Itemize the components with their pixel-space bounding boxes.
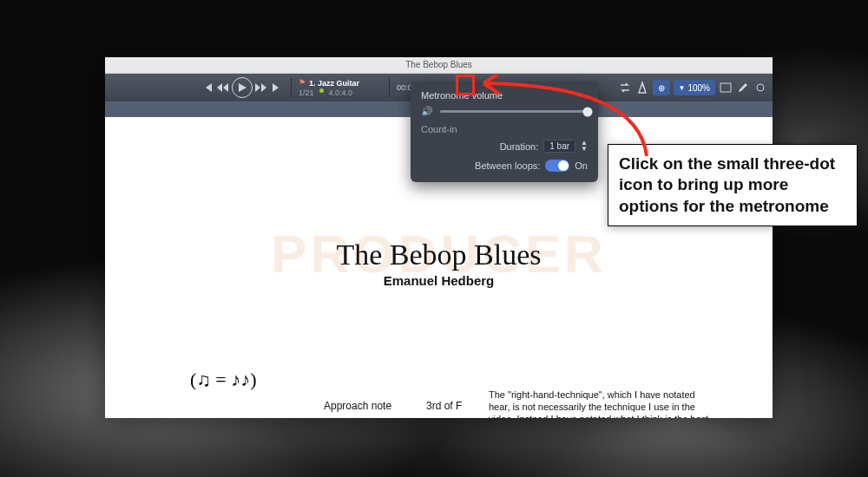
track-info[interactable]: ⚑ 1. Jazz Guitar 1/21 4.0:4.0	[299, 79, 382, 97]
edit-icon[interactable]	[736, 81, 750, 95]
skip-end-icon[interactable]	[270, 81, 284, 95]
score-composer: Emanuel Hedberg	[105, 273, 773, 288]
score-title: The Bebop Blues	[105, 238, 773, 271]
technique-paragraph: The "right-hand-technique", which I have…	[489, 389, 711, 418]
rewind-icon[interactable]	[216, 81, 230, 95]
metronome-popup: Metronome volume 🔊 Count-in Duration: 1 …	[411, 82, 598, 182]
instruction-text: Click on the small three-dot icon to bri…	[619, 154, 835, 215]
play-button[interactable]	[232, 77, 253, 98]
volume-icon: 🔊	[421, 106, 433, 117]
svg-point-1	[757, 84, 764, 91]
metronome-icon[interactable]	[635, 81, 649, 95]
tuner-button[interactable]: ⊕	[653, 80, 670, 95]
window-titlebar: The Bebop Blues	[105, 57, 773, 74]
annotation-3rd-of-f: 3rd of F	[426, 400, 462, 412]
transport-controls	[201, 77, 284, 98]
zoom-select[interactable]: ▼ 100%	[674, 80, 716, 95]
settings-icon[interactable]	[753, 81, 767, 95]
between-loops-toggle[interactable]	[545, 160, 569, 172]
stepper-icon[interactable]: ▲▼	[581, 140, 588, 152]
countin-label: Count-in	[421, 124, 588, 134]
popup-title: Metronome volume	[421, 90, 588, 101]
track-name: 1. Jazz Guitar	[309, 79, 359, 88]
view-mode-icon[interactable]	[719, 81, 733, 95]
between-loops-label: Between loops:	[475, 160, 540, 171]
zoom-value: 100%	[687, 83, 710, 93]
annotation-approach-note: Approach note	[324, 400, 391, 412]
swing-notation: (♫ = ♪♪)	[190, 369, 257, 391]
status-dot-icon	[319, 88, 324, 93]
track-flag-icon: ⚑	[299, 79, 306, 87]
track-index: 1/21	[299, 88, 314, 97]
volume-slider[interactable]	[440, 110, 588, 113]
duration-label: Duration:	[500, 141, 539, 152]
toolbar-separator	[291, 78, 292, 97]
highlight-box	[456, 75, 475, 95]
time-signature: 4.0:4.0	[329, 88, 353, 97]
toolbar-separator	[389, 78, 390, 97]
duration-select[interactable]: 1 bar	[543, 140, 575, 153]
skip-start-icon[interactable]	[201, 81, 214, 95]
window-title: The Bebop Blues	[405, 60, 472, 69]
instruction-callout: Click on the small three-dot icon to bri…	[608, 144, 858, 226]
fast-forward-icon[interactable]	[254, 81, 268, 95]
svg-rect-0	[720, 83, 731, 92]
between-loops-state: On	[575, 160, 588, 171]
loop-icon[interactable]	[618, 81, 632, 95]
